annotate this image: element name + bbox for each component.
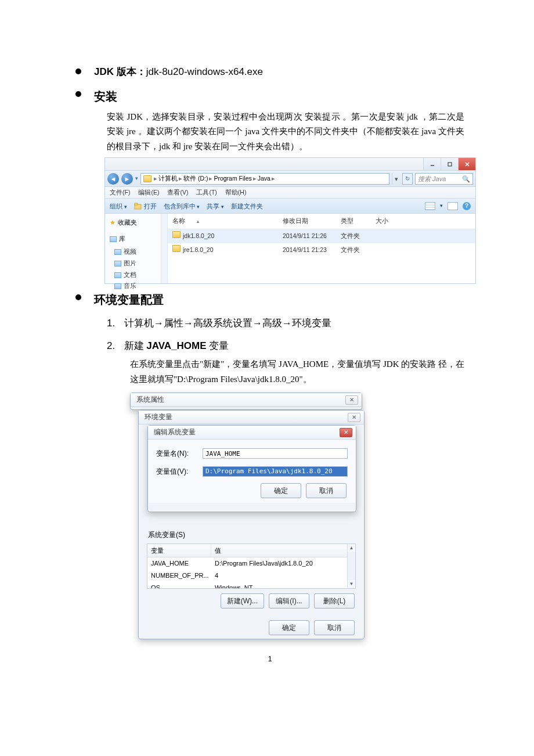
var-value-label: 变量值(V):	[156, 466, 203, 477]
var-name-label: 变量名(N):	[156, 448, 203, 459]
video-icon	[114, 249, 121, 255]
menu-help[interactable]: 帮助(H)	[225, 188, 247, 198]
bullet-dot	[75, 294, 81, 300]
var-name-input[interactable]	[203, 448, 348, 459]
edit-button[interactable]: 编辑(I)...	[269, 593, 309, 609]
explorer-toolbar: 组织 打开 包含到库中 共享 新建文件夹 ▾ ?	[105, 199, 475, 214]
tb-share[interactable]: 共享	[207, 201, 224, 212]
ok-button[interactable]: 确定	[269, 620, 309, 635]
cancel-button[interactable]: 取消	[314, 620, 355, 635]
dialog-edit-sysvar: 编辑系统变量 ✕ 变量名(N): 变量值(V): 确定 取消	[147, 425, 356, 512]
ol2-paragraph: 在系统变量里点击"新建"，变量名填写 JAVA_HOME，变量值填写 JDK 的…	[130, 357, 464, 387]
tb-newfolder[interactable]: 新建文件夹	[231, 201, 263, 212]
table-row[interactable]: OSWindows_NT	[147, 582, 355, 589]
dialog-system-properties: 系统属性 ✕	[130, 393, 362, 410]
env-titlebar: 环境变量 ✕	[139, 411, 364, 424]
maximize-button[interactable]	[441, 158, 458, 170]
ol2-tail: 变量	[207, 340, 229, 351]
ok-button[interactable]: 确定	[261, 483, 301, 498]
table-row[interactable]: JAVA_HOMED:\Program Files\Java\jdk1.8.0_…	[147, 557, 355, 570]
menu-file[interactable]: 文件(F)	[110, 188, 130, 198]
breadcrumb-dropdown[interactable]: ▾	[392, 173, 400, 185]
tb-open[interactable]: 打开	[134, 201, 157, 212]
table-row[interactable]: NUMBER_OF_PR...4	[147, 570, 355, 582]
star-icon: ★	[110, 217, 116, 228]
sidebar-music[interactable]: 音乐	[114, 281, 167, 291]
ol2-label: 新建	[124, 340, 146, 351]
ol1-num: 1.	[107, 315, 124, 332]
view-mode-icon[interactable]	[425, 202, 435, 210]
edit-titlebar: 编辑系统变量 ✕	[148, 426, 356, 440]
ol-item-2: 2. 新建 JAVA_HOME 变量	[107, 338, 464, 355]
ol1-text: 计算机→属性→高级系统设置→高级→环境变量	[124, 315, 331, 332]
list-item[interactable]: jdk1.8.0_20 2014/9/11 21:26 文件夹	[168, 229, 475, 243]
menu-tools[interactable]: 工具(T)	[196, 188, 217, 198]
svg-rect-5	[135, 203, 138, 205]
view-mode-dropdown[interactable]: ▾	[440, 201, 443, 210]
page-number: 1	[75, 653, 464, 665]
menu-view[interactable]: 查看(V)	[167, 188, 188, 198]
minimize-button[interactable]	[423, 158, 441, 170]
sidebar-pictures[interactable]: 图片	[114, 258, 167, 269]
bullet1-label: JDK 版本：	[94, 66, 146, 77]
music-icon	[114, 283, 121, 289]
search-icon: 🔍	[462, 174, 470, 185]
list-header[interactable]: 名称▲ 修改日期 类型 大小	[168, 214, 475, 229]
history-dropdown-icon[interactable]: ▾	[135, 174, 138, 183]
close-icon[interactable]: ✕	[340, 428, 352, 437]
tb-include[interactable]: 包含到库中	[164, 201, 200, 212]
back-button[interactable]: ◄	[107, 173, 119, 185]
close-icon[interactable]: ✕	[345, 395, 358, 405]
explorer-nav: ◄ ► ▾ ▸ 计算机▸ 软件 (D:)▸ Program Files▸ Jav…	[105, 171, 475, 187]
close-button[interactable]	[458, 158, 475, 170]
heading-env: 环境变量配置	[94, 290, 164, 309]
bullet-dot	[75, 91, 81, 97]
sysvars-label: 系统变量(S)	[148, 529, 356, 541]
bc-1[interactable]: 软件 (D:)	[183, 174, 208, 184]
close-icon[interactable]: ✕	[348, 413, 360, 422]
refresh-button[interactable]: ↻	[402, 173, 413, 185]
help-icon[interactable]: ?	[463, 202, 471, 210]
sysvars-table[interactable]: 变量 值 JAVA_HOMED:\Program Files\Java\jdk1…	[147, 543, 356, 589]
svg-rect-1	[448, 163, 452, 166]
delete-button[interactable]: 删除(L)	[314, 593, 355, 609]
bc-3[interactable]: Java	[258, 174, 270, 184]
bullet-jdk-version: JDK 版本：jdk-8u20-windows-x64.exe	[75, 64, 464, 81]
heading-install: 安装	[94, 87, 117, 106]
sidebar-video[interactable]: 视频	[114, 247, 167, 257]
bullet-env: 环境变量配置	[75, 290, 464, 309]
var-value-input[interactable]	[203, 466, 348, 477]
bullet-install: 安装	[75, 87, 464, 106]
install-paragraph: 安装 JDK，选择安装目录，安装过程中会出现两次 安装提示 。第一次是安装 jd…	[107, 110, 464, 154]
bc-2[interactable]: Program Files	[214, 174, 251, 184]
documents-icon	[114, 272, 121, 278]
bc-0[interactable]: 计算机	[158, 174, 178, 184]
dialog-stack: 系统属性 ✕ 环境变量 ✕ 系统变量(S) 变量 值 JAVA_HOMED:\P…	[130, 393, 365, 642]
cancel-button[interactable]: 取消	[306, 483, 347, 498]
preview-pane-icon[interactable]	[448, 202, 458, 210]
library-icon	[110, 236, 117, 242]
sidebar-documents[interactable]: 文档	[114, 270, 167, 280]
folder-icon	[172, 231, 181, 238]
breadcrumb[interactable]: ▸ 计算机▸ 软件 (D:)▸ Program Files▸ Java▸	[140, 173, 389, 185]
forward-button[interactable]: ►	[121, 173, 133, 185]
sidebar-library[interactable]: 库	[110, 234, 167, 244]
explorer-file-list: 名称▲ 修改日期 类型 大小 jdk1.8.0_20 2014/9/11 21:…	[168, 214, 475, 283]
scrollbar[interactable]: ▲▼	[347, 544, 355, 588]
menu-edit[interactable]: 编辑(E)	[138, 188, 159, 198]
ol-item-1: 1. 计算机→属性→高级系统设置→高级→环境变量	[107, 315, 464, 332]
list-item[interactable]: jre1.8.0_20 2014/9/11 21:23 文件夹	[168, 243, 475, 257]
sidebar-favorites[interactable]: ★收藏夹	[110, 217, 167, 228]
folder-icon	[172, 245, 181, 252]
ol2-bold: JAVA_HOME	[146, 340, 206, 351]
tb-organize[interactable]: 组织	[110, 201, 127, 212]
explorer-sidebar: ★收藏夹 库 视频 图片 文档 音乐	[105, 214, 168, 283]
ol2-num: 2.	[107, 338, 124, 355]
search-placeholder: 搜索 Java	[418, 174, 446, 185]
search-input[interactable]: 搜索 Java 🔍	[415, 173, 473, 185]
new-button[interactable]: 新建(W)...	[221, 593, 264, 609]
bullet1-value: jdk-8u20-windows-x64.exe	[146, 66, 263, 77]
explorer-menubar: 文件(F) 编辑(E) 查看(V) 工具(T) 帮助(H)	[105, 187, 475, 199]
folder-icon	[143, 175, 151, 182]
pictures-icon	[114, 261, 121, 267]
